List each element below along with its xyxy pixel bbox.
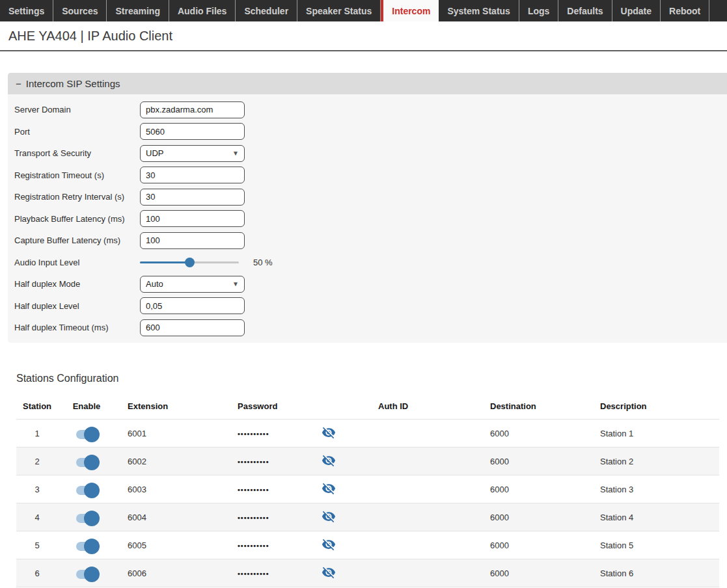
chevron-down-icon: ▼ xyxy=(232,280,239,287)
stations-table: Station Enable Extension Password Auth I… xyxy=(16,394,719,588)
reg-timeout-label: Registration Timeout (s) xyxy=(14,170,140,180)
extension-value: 6002 xyxy=(115,448,225,475)
station-number: 4 xyxy=(16,503,58,531)
password-visibility-toggle-icon[interactable] xyxy=(322,453,336,468)
sip-panel-header[interactable]: − Intercom SIP Settings xyxy=(8,73,727,94)
enable-toggle[interactable] xyxy=(76,542,97,551)
enable-toggle[interactable] xyxy=(76,570,97,579)
transport-select[interactable]: UDP ▼ xyxy=(140,145,245,162)
form-row-server-domain: Server Domain xyxy=(14,99,727,121)
halfduplex-mode-select[interactable]: Auto ▼ xyxy=(140,276,245,293)
audio-level-label: Audio Input Level xyxy=(14,258,140,267)
password-visibility-toggle-icon[interactable] xyxy=(322,537,336,552)
col-header-station: Station xyxy=(16,394,58,420)
password-visibility-toggle-icon[interactable] xyxy=(322,565,336,580)
tab-intercom[interactable]: Intercom xyxy=(381,0,439,21)
tab-scheduler[interactable]: Scheduler xyxy=(236,0,297,21)
password-masked: •••••••••• xyxy=(238,430,269,438)
toggle-knob xyxy=(84,455,100,470)
table-row: 4 6004 •••••••••• 6000 Station 4 xyxy=(16,503,719,531)
station-number: 1 xyxy=(16,420,58,448)
station-number: 6 xyxy=(16,559,58,587)
toggle-knob xyxy=(84,511,100,526)
audio-level-slider[interactable] xyxy=(140,258,239,267)
tab-speaker-status[interactable]: Speaker Status xyxy=(297,0,381,21)
tab-system-status[interactable]: System Status xyxy=(439,0,519,21)
tab-reboot[interactable]: Reboot xyxy=(661,0,709,21)
station-number: 5 xyxy=(16,531,58,559)
extension-value: 6001 xyxy=(115,420,225,448)
capture-latency-input[interactable] xyxy=(140,232,245,249)
description-value: Station 5 xyxy=(569,531,719,559)
table-row: 1 6001 •••••••••• 6000 Station 1 xyxy=(16,420,719,448)
auth-id-value xyxy=(348,420,459,448)
page-title: AHE YA404 | IP Audio Client xyxy=(8,29,727,44)
extension-value: 6004 xyxy=(115,503,225,531)
reg-timeout-input[interactable] xyxy=(140,167,245,183)
password-masked: •••••••••• xyxy=(238,514,269,522)
halfduplex-timeout-input[interactable] xyxy=(140,319,245,336)
password-visibility-toggle-icon[interactable] xyxy=(322,481,336,496)
halfduplex-level-label: Half duplex Level xyxy=(14,301,140,311)
toggle-knob xyxy=(84,539,100,554)
server-domain-label: Server Domain xyxy=(14,105,140,114)
password-masked: •••••••••• xyxy=(238,486,269,494)
tab-streaming[interactable]: Streaming xyxy=(107,0,169,21)
sip-panel-body: Server Domain Port Transport & Security … xyxy=(8,94,727,343)
port-input[interactable] xyxy=(140,123,245,140)
destination-value: 6000 xyxy=(459,475,569,503)
enable-toggle[interactable] xyxy=(76,514,97,523)
table-row: 3 6003 •••••••••• 6000 Station 3 xyxy=(16,475,719,503)
stations-title: Stations Configuration xyxy=(16,373,727,384)
stations-header-row: Station Enable Extension Password Auth I… xyxy=(16,394,719,420)
destination-value: 6000 xyxy=(459,420,569,448)
password-visibility-toggle-icon[interactable] xyxy=(322,425,336,440)
auth-id-value xyxy=(348,448,459,475)
auth-id-value xyxy=(348,503,459,531)
transport-label: Transport & Security xyxy=(14,148,140,158)
chevron-down-icon: ▼ xyxy=(232,150,239,157)
form-row-port: Port xyxy=(14,121,727,143)
enable-toggle[interactable] xyxy=(76,486,97,495)
capture-latency-label: Capture Buffer Latency (ms) xyxy=(14,235,140,245)
toggle-knob xyxy=(84,427,100,442)
form-row-halfduplex-mode: Half duplex Mode Auto ▼ xyxy=(14,273,727,295)
form-row-halfduplex-timeout: Half duplex Timeout (ms) xyxy=(14,317,727,339)
stations-table-body: 1 6001 •••••••••• 6000 Station 1 2 6002 … xyxy=(16,420,719,587)
tab-sources[interactable]: Sources xyxy=(53,0,107,21)
col-header-auth-id: Auth ID xyxy=(348,394,459,420)
destination-value: 6000 xyxy=(459,559,569,587)
server-domain-input[interactable] xyxy=(140,101,245,118)
col-header-description: Description xyxy=(569,394,719,420)
tab-update[interactable]: Update xyxy=(612,0,661,21)
password-visibility-toggle-icon[interactable] xyxy=(322,509,336,524)
sip-panel-title: Intercom SIP Settings xyxy=(26,78,120,89)
description-value: Station 1 xyxy=(569,420,719,448)
enable-toggle[interactable] xyxy=(76,458,97,467)
extension-value: 6005 xyxy=(115,531,225,559)
audio-level-thumb[interactable] xyxy=(185,258,195,267)
destination-value: 6000 xyxy=(459,503,569,531)
form-row-reg-timeout: Registration Timeout (s) xyxy=(14,165,727,187)
tab-audio-files[interactable]: Audio Files xyxy=(169,0,236,21)
description-value: Station 6 xyxy=(569,559,719,587)
playback-latency-input[interactable] xyxy=(140,210,245,227)
description-value: Station 4 xyxy=(569,503,719,531)
description-value: Station 2 xyxy=(569,448,719,475)
reg-retry-input[interactable] xyxy=(140,189,245,206)
col-header-destination: Destination xyxy=(459,394,569,420)
enable-toggle[interactable] xyxy=(76,430,97,439)
halfduplex-level-input[interactable] xyxy=(140,297,245,314)
transport-selected-value: UDP xyxy=(146,148,163,158)
tab-defaults[interactable]: Defaults xyxy=(558,0,612,21)
sip-settings-panel: − Intercom SIP Settings Server Domain Po… xyxy=(8,73,727,343)
audio-level-value: 50 % xyxy=(253,258,273,267)
auth-id-value xyxy=(348,531,459,559)
auth-id-value xyxy=(348,475,459,503)
audio-level-fill xyxy=(140,261,189,263)
port-label: Port xyxy=(14,127,140,137)
collapse-icon[interactable]: − xyxy=(16,78,21,89)
tab-settings[interactable]: Settings xyxy=(0,0,53,21)
tab-logs[interactable]: Logs xyxy=(519,0,558,21)
toggle-knob xyxy=(84,483,100,498)
